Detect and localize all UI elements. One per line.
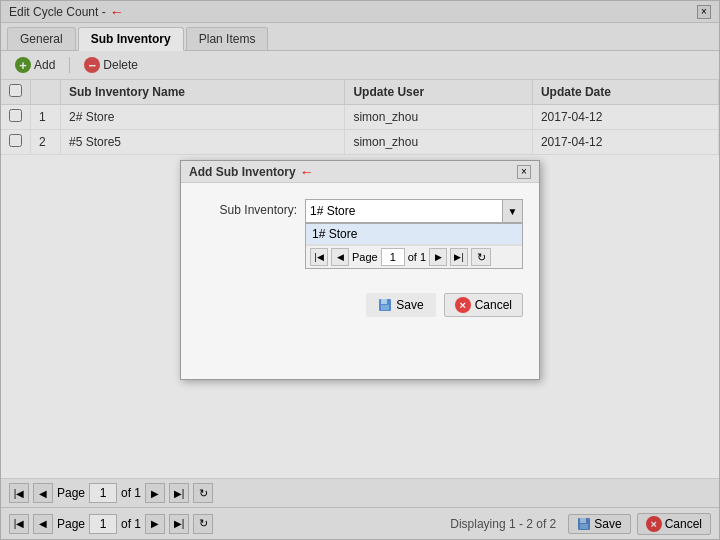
form-control-wrap: ▼ 1# Store |◀ ◀ Page of 1 ▶ ▶| xyxy=(305,199,523,269)
modal-save-button[interactable]: Save xyxy=(366,293,435,317)
dropdown-list-item[interactable]: 1# Store xyxy=(306,224,522,245)
modal-title-bar: Add Sub Inventory ← × xyxy=(181,161,539,183)
modal-title-text: Add Sub Inventory ← xyxy=(189,164,314,180)
modal-overlay: Add Sub Inventory ← × Sub Inventory: ▼ xyxy=(1,1,719,539)
modal-footer: Save × Cancel xyxy=(181,285,539,329)
modal-cancel-icon: × xyxy=(455,297,471,313)
modal-arrow: ← xyxy=(300,164,314,180)
sub-inventory-label: Sub Inventory: xyxy=(197,199,297,217)
sub-inventory-dropdown: ▼ xyxy=(305,199,523,223)
modal-save-icon xyxy=(378,298,392,312)
modal-close-button[interactable]: × xyxy=(517,165,531,179)
dp-first-button[interactable]: |◀ xyxy=(310,248,328,266)
dp-page-label: Page xyxy=(352,251,378,263)
dropdown-list: 1# Store |◀ ◀ Page of 1 ▶ ▶| ↻ xyxy=(305,223,523,269)
svg-rect-4 xyxy=(381,299,387,304)
main-window: Edit Cycle Count - ← × General Sub Inven… xyxy=(0,0,720,540)
dp-of-label: of 1 xyxy=(408,251,426,263)
form-row-sub-inventory: Sub Inventory: ▼ 1# Store |◀ ◀ Page xyxy=(197,199,523,269)
dp-next-button[interactable]: ▶ xyxy=(429,248,447,266)
dp-refresh-button[interactable]: ↻ xyxy=(471,248,491,266)
modal-body: Sub Inventory: ▼ 1# Store |◀ ◀ Page xyxy=(181,183,539,285)
modal-title-label: Add Sub Inventory xyxy=(189,165,296,179)
modal-cancel-button[interactable]: × Cancel xyxy=(444,293,523,317)
dp-page-input[interactable] xyxy=(381,248,405,266)
dropdown-arrow-button[interactable]: ▼ xyxy=(502,200,522,222)
dropdown-pagination: |◀ ◀ Page of 1 ▶ ▶| ↻ xyxy=(306,245,522,268)
svg-rect-5 xyxy=(381,305,389,310)
dp-last-button[interactable]: ▶| xyxy=(450,248,468,266)
sub-inventory-input[interactable] xyxy=(306,201,502,221)
dp-prev-button[interactable]: ◀ xyxy=(331,248,349,266)
add-sub-inventory-modal: Add Sub Inventory ← × Sub Inventory: ▼ xyxy=(180,160,540,380)
